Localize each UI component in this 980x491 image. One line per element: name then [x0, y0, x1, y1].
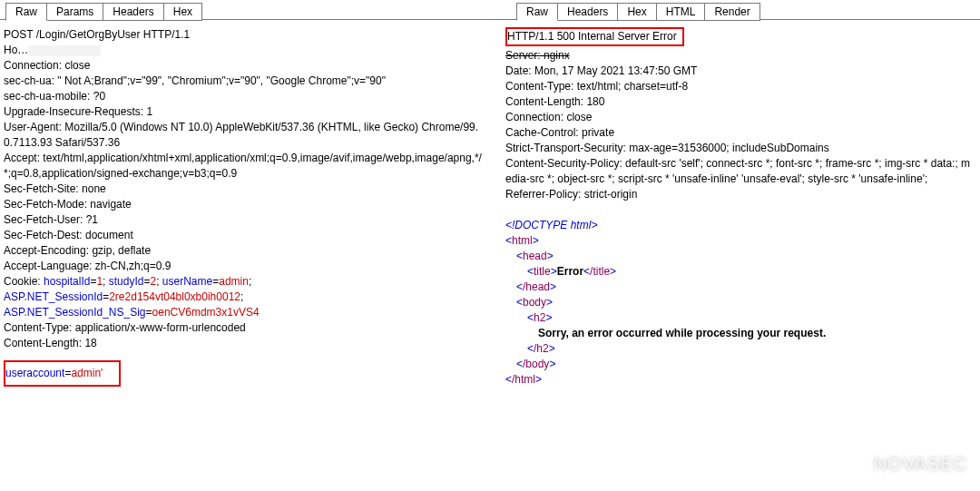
response-header: Content-Type: text/html; charset=utf-8	[505, 79, 975, 94]
response-header: Date: Mon, 17 May 2021 13:47:50 GMT	[505, 64, 975, 79]
request-header: Accept: text/html,application/xhtml+xml,…	[4, 151, 487, 182]
response-server: Server: nginx	[505, 48, 975, 64]
watermark: NOVASEC	[843, 454, 967, 475]
request-header: Sec-Fetch-Dest: document	[4, 228, 487, 243]
response-raw[interactable]: HTTP/1.1 500 Internal Server Error Serve…	[493, 20, 980, 393]
request-header: Upgrade-Insecure-Requests: 1	[4, 104, 487, 120]
request-cookie: Cookie: hospitalId=1; studyId=2; userNam…	[4, 274, 487, 320]
response-header: Connection: close	[505, 110, 975, 125]
response-header: Referrer-Policy: strict-origin	[505, 187, 975, 202]
tab-params-request[interactable]: Params	[46, 3, 103, 21]
resp-html-close: </html>	[505, 372, 975, 388]
tab-headers-response[interactable]: Headers	[557, 3, 618, 21]
tab-hex-response[interactable]: Hex	[617, 3, 656, 21]
resp-body-open: <body>	[505, 295, 975, 310]
request-header: Sec-Fetch-Mode: navigate	[4, 197, 487, 212]
response-tabs: Raw Headers Hex HTML Render	[493, 0, 980, 20]
tab-headers-request[interactable]: Headers	[103, 3, 163, 21]
response-header: Content-Security-Policy: default-src 'se…	[505, 156, 975, 187]
tab-html-response[interactable]: HTML	[656, 3, 706, 21]
request-header: User-Agent: Mozilla/5.0 (Windows NT 10.0…	[4, 120, 487, 151]
request-header: sec-ch-ua: " Not A;Brand";v="99", "Chrom…	[4, 74, 487, 89]
request-header: Content-Length: 18	[4, 336, 487, 351]
resp-body-close: </body>	[505, 357, 975, 372]
request-pane: Raw Params Headers Hex POST /Login/GetOr…	[0, 0, 493, 491]
svg-point-0	[844, 457, 858, 469]
request-tabs: Raw Params Headers Hex	[0, 0, 493, 20]
resp-head-open: <head>	[505, 249, 975, 264]
request-host: Ho…	[4, 43, 487, 58]
tab-hex-request[interactable]: Hex	[163, 3, 202, 21]
request-header: Sec-Fetch-Site: none	[4, 182, 487, 197]
request-header: Accept-Encoding: gzip, deflate	[4, 243, 487, 259]
resp-html-open: <html>	[505, 233, 975, 249]
response-header: Cache-Control: private	[505, 125, 975, 141]
request-header: Sec-Fetch-User: ?1	[4, 212, 487, 228]
response-pane: Raw Headers Hex HTML Render HTTP/1.1 500…	[493, 0, 980, 491]
resp-h2-text: Sorry, an error occurred while processin…	[505, 326, 975, 341]
resp-doctype: <!DOCTYPE html>	[505, 218, 975, 233]
resp-h2-close: </h2>	[505, 341, 975, 357]
response-header: Strict-Transport-Security: max-age=31536…	[505, 141, 975, 156]
request-header: Content-Type: application/x-www-form-url…	[4, 320, 487, 336]
response-header: Content-Length: 180	[505, 94, 975, 110]
svg-point-1	[852, 462, 864, 472]
resp-head-close: </head>	[505, 280, 975, 295]
wechat-icon	[843, 455, 867, 475]
watermark-text: NOVASEC	[874, 454, 967, 475]
request-header: sec-ch-ua-mobile: ?0	[4, 89, 487, 104]
resp-h2-open: <h2>	[505, 310, 975, 326]
request-raw[interactable]: POST /Login/GetOrgByUser HTTP/1.1 Ho… Co…	[0, 20, 493, 392]
tab-raw-request[interactable]: Raw	[5, 3, 47, 21]
tab-render-response[interactable]: Render	[704, 3, 760, 21]
response-status-highlight: HTTP/1.1 500 Internal Server Error	[505, 27, 684, 46]
resp-title: <title>Error</title>	[505, 264, 975, 280]
tab-raw-response[interactable]: Raw	[516, 3, 558, 21]
request-header: Connection: close	[4, 58, 487, 74]
request-body-highlight: useraccount=admin'	[4, 360, 121, 387]
request-header: Accept-Language: zh-CN,zh;q=0.9	[4, 259, 487, 274]
request-method-line: POST /Login/GetOrgByUser HTTP/1.1	[4, 27, 487, 43]
